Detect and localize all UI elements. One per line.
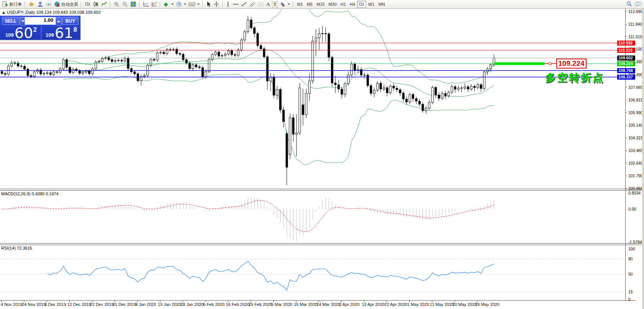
candlestick-chart-button[interactable] [92,0,100,8]
price-badge[interactable]: 110.110 [617,48,635,53]
toolbar-separator [81,1,82,8]
zoom-in-button[interactable] [112,0,121,8]
new-order-button[interactable]: 新订单 [1,0,23,8]
buy-price-figure: 109 [46,32,54,38]
zoom-out-button[interactable] [121,0,129,8]
macd-axis-label: 0.8034 [628,191,641,195]
templates-icon [188,1,195,7]
date-label: 31 Dec 2019 [113,302,136,307]
timeframe-w1[interactable]: W1 [366,1,377,8]
crosshair-icon [213,1,220,7]
auto-trading-button[interactable]: 自动交易 [53,0,79,8]
date-label: 24 Mar 2020 [316,302,340,307]
new-indicator-window-button[interactable] [141,0,150,8]
chat-button[interactable] [633,0,643,8]
search-icon [626,1,632,7]
volume-input[interactable]: 1.00 [25,17,56,25]
price-badge[interactable]: 108.768 [617,68,635,73]
symbol-title: USDJPY-,Daily [7,10,35,15]
timeframe-d1[interactable]: D1 [357,1,366,8]
date-label: 22 Apr 2020 [385,302,407,307]
bar-chart-icon [84,1,90,7]
macd-pane-separator[interactable] [0,189,644,191]
data-window-icon [37,1,43,7]
market-watch-icon [28,1,35,7]
rsi-axis-label: 100 [628,247,635,251]
buy-price[interactable]: 109 61 8 [46,26,77,39]
macd-label: MACD(12,26,9) 0.4380 0.1974 [1,191,59,196]
text-label-button[interactable]: T [271,0,279,8]
tile-windows-button[interactable] [129,0,138,8]
vertical-line-button[interactable] [224,0,231,8]
price-badge[interactable]: 109.602 [617,56,635,60]
date-label: 12 Dec 2019 [67,302,91,307]
chinese-annotation[interactable]: 多空转折点 [545,71,605,85]
trendline-button[interactable] [240,0,248,8]
sell-price[interactable]: 109 60 2 [5,26,37,39]
ohlc-values: 109.134 109.843 109.038 109.602 [36,10,101,15]
add-indicator-icon [163,1,169,7]
buy-button[interactable]: BUY [62,17,79,25]
toolbar: 新订单 自动交易 A T [0,0,644,9]
periods-button[interactable] [175,0,187,8]
timeframe-m5[interactable]: M5 [305,1,315,8]
price-tick-label: 111.840 [628,22,642,26]
sell-price-pip: 2 [33,26,37,33]
text-label-icon: T [272,1,277,8]
toolbar-separator [293,1,293,8]
data-window-button[interactable] [36,0,44,8]
timeframe-mn[interactable]: MN [376,1,387,8]
timeframe-h1[interactable]: H1 [339,1,348,8]
arrows-button[interactable] [279,0,291,8]
text-tool-button[interactable]: A [265,0,271,8]
crosshair-button[interactable] [212,0,221,8]
add-indicator-button[interactable] [162,0,175,8]
dropdown-caret [197,3,200,5]
timeframe-m30[interactable]: M30 [326,1,338,8]
price-tick [625,137,627,138]
indicator-list-button[interactable] [150,0,158,8]
timeframe-h4[interactable]: H4 [348,1,357,8]
price-badge[interactable]: 110.592 [617,41,635,46]
new-order-label: 新订单 [9,2,22,7]
horizontal-line-button[interactable] [231,0,240,8]
timeframe-m15[interactable]: M15 [315,1,326,8]
price-tick-label: 107.665 [628,85,643,90]
date-label: 20 May 2020 [452,302,477,307]
date-label: 6 Feb 2020 [203,302,224,307]
market-watch-button[interactable] [27,0,36,8]
sell-button[interactable]: SELL [2,17,20,25]
timeframe-m1[interactable]: M1 [295,1,305,8]
signals-button[interactable] [44,0,53,8]
rsi-axis-label: 15 [628,289,633,294]
line-chart-button[interactable] [100,0,108,8]
cursor-button[interactable] [205,0,212,8]
equidistant-channel-icon [249,1,256,7]
indicator-list-icon [151,1,157,7]
price-badge[interactable]: 109.224 [617,61,635,66]
buy-price-big: 61 [55,26,73,39]
price-tick-label: 105.990 [628,110,643,115]
chart-header: ▲ USDJPY-,Daily 109.134 109.843 109.038 … [2,10,101,15]
fibonacci-button[interactable] [257,0,265,8]
search-button[interactable] [625,0,633,8]
equidistant-channel-button[interactable] [248,0,257,8]
tile-windows-icon [130,1,136,7]
price-tick-label: 111.015 [628,34,642,39]
chart-window: ▲ USDJPY-,Daily 109.134 109.843 109.038 … [0,9,644,309]
bar-chart-button[interactable] [83,0,92,8]
date-axis-line [0,300,636,301]
toolbar-separator [25,1,25,8]
chart-canvas[interactable] [0,9,644,309]
price-tick [625,11,627,11]
collapse-arrow[interactable]: ▲ [2,10,6,15]
macd-axis-label: 0.00 [628,207,636,211]
templates-button[interactable] [187,0,201,8]
price-badge[interactable]: 108.337 [617,75,635,80]
rsi-pane-separator[interactable] [0,243,644,245]
date-label: 4 Nov 2019 [1,302,22,307]
price-tick-label: 103.465 [628,148,643,153]
price-callout-label[interactable]: 109.224 [556,59,587,69]
date-label: 3 Dec 2019 [44,302,66,307]
date-label: 15 Mar 2020 [294,302,318,307]
